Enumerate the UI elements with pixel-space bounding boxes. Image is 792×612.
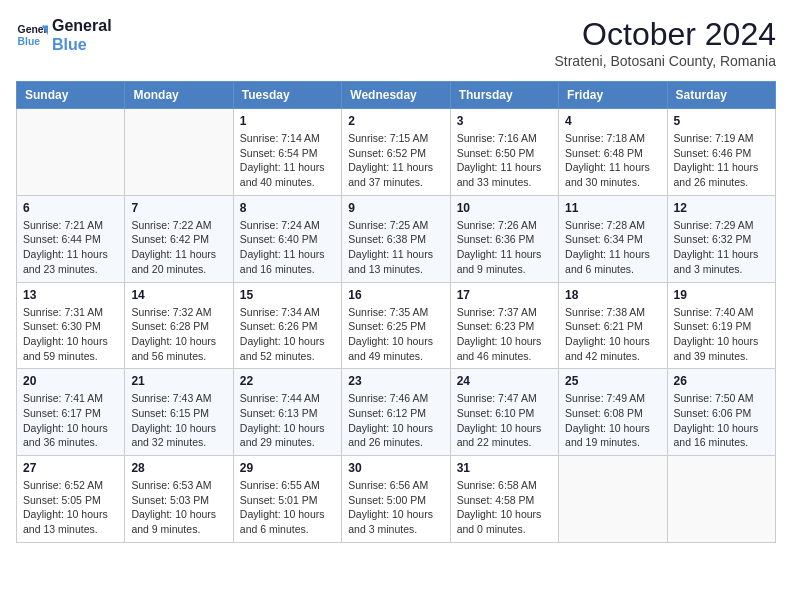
table-row: 6Sunrise: 7:21 AM Sunset: 6:44 PM Daylig… — [17, 195, 125, 282]
table-row: 1Sunrise: 7:14 AM Sunset: 6:54 PM Daylig… — [233, 109, 341, 196]
day-number: 6 — [23, 201, 118, 215]
day-number: 18 — [565, 288, 660, 302]
table-row: 14Sunrise: 7:32 AM Sunset: 6:28 PM Dayli… — [125, 282, 233, 369]
day-number: 14 — [131, 288, 226, 302]
logo-general: General — [52, 16, 112, 35]
table-row: 25Sunrise: 7:49 AM Sunset: 6:08 PM Dayli… — [559, 369, 667, 456]
calendar-table: Sunday Monday Tuesday Wednesday Thursday… — [16, 81, 776, 543]
day-number: 11 — [565, 201, 660, 215]
day-info: Sunrise: 7:40 AM Sunset: 6:19 PM Dayligh… — [674, 305, 769, 364]
table-row: 28Sunrise: 6:53 AM Sunset: 5:03 PM Dayli… — [125, 456, 233, 543]
day-info: Sunrise: 7:46 AM Sunset: 6:12 PM Dayligh… — [348, 391, 443, 450]
table-row: 13Sunrise: 7:31 AM Sunset: 6:30 PM Dayli… — [17, 282, 125, 369]
day-number: 28 — [131, 461, 226, 475]
table-row: 10Sunrise: 7:26 AM Sunset: 6:36 PM Dayli… — [450, 195, 558, 282]
day-info: Sunrise: 7:44 AM Sunset: 6:13 PM Dayligh… — [240, 391, 335, 450]
col-friday: Friday — [559, 82, 667, 109]
day-number: 23 — [348, 374, 443, 388]
month-title: October 2024 — [554, 16, 776, 53]
day-info: Sunrise: 7:50 AM Sunset: 6:06 PM Dayligh… — [674, 391, 769, 450]
logo-icon: General Blue — [16, 19, 48, 51]
table-row: 29Sunrise: 6:55 AM Sunset: 5:01 PM Dayli… — [233, 456, 341, 543]
table-row: 22Sunrise: 7:44 AM Sunset: 6:13 PM Dayli… — [233, 369, 341, 456]
day-info: Sunrise: 7:34 AM Sunset: 6:26 PM Dayligh… — [240, 305, 335, 364]
logo-blue: Blue — [52, 35, 112, 54]
table-row: 4Sunrise: 7:18 AM Sunset: 6:48 PM Daylig… — [559, 109, 667, 196]
calendar-header-row: Sunday Monday Tuesday Wednesday Thursday… — [17, 82, 776, 109]
col-monday: Monday — [125, 82, 233, 109]
col-thursday: Thursday — [450, 82, 558, 109]
table-row: 12Sunrise: 7:29 AM Sunset: 6:32 PM Dayli… — [667, 195, 775, 282]
day-info: Sunrise: 6:55 AM Sunset: 5:01 PM Dayligh… — [240, 478, 335, 537]
day-info: Sunrise: 7:49 AM Sunset: 6:08 PM Dayligh… — [565, 391, 660, 450]
day-info: Sunrise: 7:28 AM Sunset: 6:34 PM Dayligh… — [565, 218, 660, 277]
day-number: 30 — [348, 461, 443, 475]
table-row — [125, 109, 233, 196]
table-row: 2Sunrise: 7:15 AM Sunset: 6:52 PM Daylig… — [342, 109, 450, 196]
table-row: 24Sunrise: 7:47 AM Sunset: 6:10 PM Dayli… — [450, 369, 558, 456]
day-info: Sunrise: 7:25 AM Sunset: 6:38 PM Dayligh… — [348, 218, 443, 277]
day-number: 24 — [457, 374, 552, 388]
calendar-week-row: 6Sunrise: 7:21 AM Sunset: 6:44 PM Daylig… — [17, 195, 776, 282]
table-row — [17, 109, 125, 196]
day-info: Sunrise: 7:24 AM Sunset: 6:40 PM Dayligh… — [240, 218, 335, 277]
day-number: 20 — [23, 374, 118, 388]
col-tuesday: Tuesday — [233, 82, 341, 109]
day-number: 27 — [23, 461, 118, 475]
calendar-week-row: 20Sunrise: 7:41 AM Sunset: 6:17 PM Dayli… — [17, 369, 776, 456]
day-info: Sunrise: 7:37 AM Sunset: 6:23 PM Dayligh… — [457, 305, 552, 364]
day-info: Sunrise: 7:22 AM Sunset: 6:42 PM Dayligh… — [131, 218, 226, 277]
location-subtitle: Strateni, Botosani County, Romania — [554, 53, 776, 69]
day-number: 16 — [348, 288, 443, 302]
col-sunday: Sunday — [17, 82, 125, 109]
col-wednesday: Wednesday — [342, 82, 450, 109]
calendar-week-row: 13Sunrise: 7:31 AM Sunset: 6:30 PM Dayli… — [17, 282, 776, 369]
day-info: Sunrise: 7:29 AM Sunset: 6:32 PM Dayligh… — [674, 218, 769, 277]
table-row: 27Sunrise: 6:52 AM Sunset: 5:05 PM Dayli… — [17, 456, 125, 543]
table-row: 18Sunrise: 7:38 AM Sunset: 6:21 PM Dayli… — [559, 282, 667, 369]
title-area: October 2024 Strateni, Botosani County, … — [554, 16, 776, 69]
table-row: 9Sunrise: 7:25 AM Sunset: 6:38 PM Daylig… — [342, 195, 450, 282]
page-header: General Blue General Blue October 2024 S… — [16, 16, 776, 69]
day-info: Sunrise: 6:53 AM Sunset: 5:03 PM Dayligh… — [131, 478, 226, 537]
day-info: Sunrise: 7:14 AM Sunset: 6:54 PM Dayligh… — [240, 131, 335, 190]
table-row: 11Sunrise: 7:28 AM Sunset: 6:34 PM Dayli… — [559, 195, 667, 282]
table-row: 15Sunrise: 7:34 AM Sunset: 6:26 PM Dayli… — [233, 282, 341, 369]
day-info: Sunrise: 7:43 AM Sunset: 6:15 PM Dayligh… — [131, 391, 226, 450]
table-row: 30Sunrise: 6:56 AM Sunset: 5:00 PM Dayli… — [342, 456, 450, 543]
day-info: Sunrise: 6:58 AM Sunset: 4:58 PM Dayligh… — [457, 478, 552, 537]
table-row: 19Sunrise: 7:40 AM Sunset: 6:19 PM Dayli… — [667, 282, 775, 369]
table-row: 26Sunrise: 7:50 AM Sunset: 6:06 PM Dayli… — [667, 369, 775, 456]
day-info: Sunrise: 6:52 AM Sunset: 5:05 PM Dayligh… — [23, 478, 118, 537]
day-info: Sunrise: 7:41 AM Sunset: 6:17 PM Dayligh… — [23, 391, 118, 450]
day-number: 8 — [240, 201, 335, 215]
day-number: 19 — [674, 288, 769, 302]
table-row: 16Sunrise: 7:35 AM Sunset: 6:25 PM Dayli… — [342, 282, 450, 369]
day-number: 2 — [348, 114, 443, 128]
table-row: 17Sunrise: 7:37 AM Sunset: 6:23 PM Dayli… — [450, 282, 558, 369]
table-row: 20Sunrise: 7:41 AM Sunset: 6:17 PM Dayli… — [17, 369, 125, 456]
table-row — [667, 456, 775, 543]
day-number: 25 — [565, 374, 660, 388]
day-info: Sunrise: 7:31 AM Sunset: 6:30 PM Dayligh… — [23, 305, 118, 364]
day-number: 4 — [565, 114, 660, 128]
day-number: 29 — [240, 461, 335, 475]
day-info: Sunrise: 7:21 AM Sunset: 6:44 PM Dayligh… — [23, 218, 118, 277]
table-row: 7Sunrise: 7:22 AM Sunset: 6:42 PM Daylig… — [125, 195, 233, 282]
day-number: 10 — [457, 201, 552, 215]
table-row: 23Sunrise: 7:46 AM Sunset: 6:12 PM Dayli… — [342, 369, 450, 456]
day-info: Sunrise: 6:56 AM Sunset: 5:00 PM Dayligh… — [348, 478, 443, 537]
col-saturday: Saturday — [667, 82, 775, 109]
table-row: 21Sunrise: 7:43 AM Sunset: 6:15 PM Dayli… — [125, 369, 233, 456]
day-info: Sunrise: 7:38 AM Sunset: 6:21 PM Dayligh… — [565, 305, 660, 364]
day-number: 15 — [240, 288, 335, 302]
day-number: 31 — [457, 461, 552, 475]
day-number: 1 — [240, 114, 335, 128]
day-info: Sunrise: 7:32 AM Sunset: 6:28 PM Dayligh… — [131, 305, 226, 364]
day-number: 13 — [23, 288, 118, 302]
day-info: Sunrise: 7:16 AM Sunset: 6:50 PM Dayligh… — [457, 131, 552, 190]
table-row: 8Sunrise: 7:24 AM Sunset: 6:40 PM Daylig… — [233, 195, 341, 282]
table-row: 5Sunrise: 7:19 AM Sunset: 6:46 PM Daylig… — [667, 109, 775, 196]
day-number: 17 — [457, 288, 552, 302]
day-number: 9 — [348, 201, 443, 215]
